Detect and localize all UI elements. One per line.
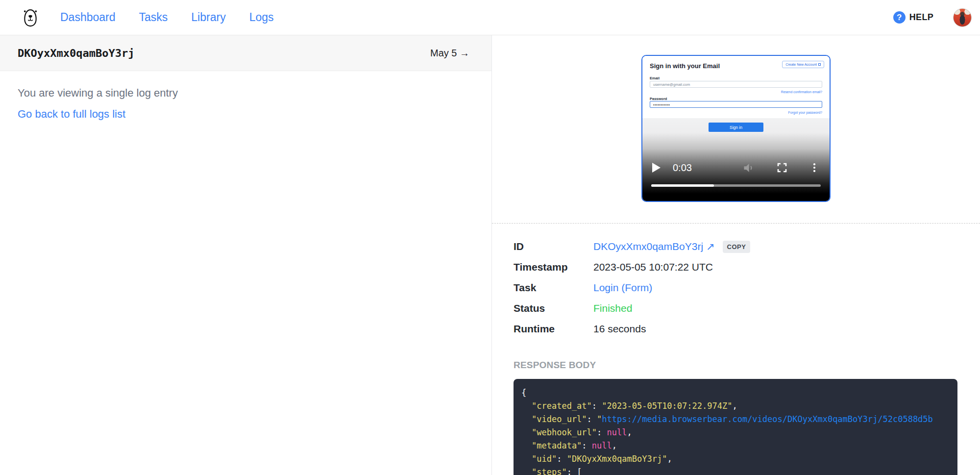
main-nav: Dashboard Tasks Library Logs bbox=[60, 11, 274, 24]
detail-row-runtime: Runtime 16 seconds bbox=[514, 319, 957, 339]
back-to-logs-link[interactable]: Go back to full logs list bbox=[18, 108, 125, 121]
video-progress-fill bbox=[651, 184, 714, 187]
detail-row-id: ID DKOyxXmx0qamBoY3rj ↗ COPY bbox=[514, 236, 957, 257]
log-entry-header: DKOyxXmx0qamBoY3rj May 5 → bbox=[0, 35, 491, 71]
video-current-time: 0:03 bbox=[673, 162, 692, 174]
code-line: "metadata": null, bbox=[521, 439, 950, 452]
timestamp-value: 2023-05-05 10:07:22 UTC bbox=[593, 261, 713, 273]
preview-password-label: Password bbox=[650, 97, 667, 101]
video-preview-frame: Sign in with your Email Create New Accou… bbox=[642, 56, 830, 201]
play-icon[interactable] bbox=[652, 163, 661, 173]
timestamp-label: Timestamp bbox=[514, 261, 593, 273]
fullscreen-icon[interactable] bbox=[776, 162, 788, 174]
code-line: "created_at": "2023-05-05T10:07:22.974Z"… bbox=[521, 400, 950, 413]
browserbear-logo[interactable] bbox=[21, 6, 40, 29]
help-label: HELP bbox=[909, 12, 933, 23]
runtime-value: 16 seconds bbox=[593, 323, 646, 335]
top-nav: Dashboard Tasks Library Logs ? HELP bbox=[0, 0, 980, 35]
help-button[interactable]: ? HELP bbox=[893, 11, 933, 24]
video-progress-bar[interactable] bbox=[651, 184, 821, 187]
preview-resend-link: Resend confirmation email? bbox=[781, 90, 822, 94]
id-label: ID bbox=[514, 241, 593, 252]
runtime-label: Runtime bbox=[514, 323, 593, 335]
nav-item-library[interactable]: Library bbox=[191, 11, 225, 24]
code-line: "uid": "DKOyxXmx0qamBoY3rj", bbox=[521, 452, 950, 466]
external-arrow-icon: ↗ bbox=[706, 241, 715, 252]
main-content: DKOyxXmx0qamBoY3rj May 5 → You are viewi… bbox=[0, 35, 980, 475]
status-label: Status bbox=[514, 302, 593, 314]
detail-row-status: Status Finished bbox=[514, 298, 957, 319]
code-line: "webhook_url": null, bbox=[521, 426, 950, 439]
nav-right: ? HELP bbox=[893, 8, 972, 27]
response-body-heading: RESPONSE BODY bbox=[514, 360, 980, 371]
copy-id-button[interactable]: COPY bbox=[723, 241, 751, 253]
preview-signin-button: Sign in bbox=[709, 123, 763, 132]
code-line: "video_url": "https://media.browserbear.… bbox=[521, 413, 950, 426]
preview-forgot-link: Forgot your password? bbox=[788, 111, 822, 114]
code-line: { bbox=[521, 386, 950, 400]
video-controls: 0:03 bbox=[642, 160, 830, 175]
video-url-link: https://media.browserbear.com/videos/DKO… bbox=[602, 414, 933, 424]
section-divider bbox=[492, 223, 980, 224]
bear-icon bbox=[21, 6, 40, 29]
nav-item-tasks[interactable]: Tasks bbox=[139, 11, 168, 24]
response-body-code-block[interactable]: { "created_at": "2023-05-05T10:07:22.974… bbox=[514, 379, 957, 475]
task-label: Task bbox=[514, 282, 593, 294]
preview-password-input: ••••••••••• bbox=[650, 101, 822, 108]
detail-row-task: Task Login (Form) bbox=[514, 277, 957, 298]
preview-signin-heading: Sign in with your Email bbox=[650, 62, 720, 70]
nav-item-logs[interactable]: Logs bbox=[249, 11, 274, 24]
run-video-player[interactable]: Sign in with your Email Create New Accou… bbox=[641, 55, 831, 202]
log-details-table: ID DKOyxXmx0qamBoY3rj ↗ COPY Timestamp 2… bbox=[514, 236, 957, 339]
arrow-right-icon: → bbox=[460, 48, 469, 58]
log-date-link[interactable]: May 5 → bbox=[430, 48, 469, 59]
code-line: "steps": [ bbox=[521, 466, 950, 475]
id-value: DKOyxXmx0qamBoY3rj bbox=[593, 241, 703, 252]
log-date: May 5 bbox=[430, 48, 457, 58]
log-entry-body: You are viewing a single log entry Go ba… bbox=[0, 71, 491, 136]
volume-muted-icon[interactable] bbox=[742, 161, 755, 175]
user-avatar[interactable] bbox=[953, 8, 972, 27]
preview-create-account-label: Create New Account bbox=[785, 63, 817, 66]
task-link[interactable]: Login (Form) bbox=[593, 282, 652, 294]
question-mark-icon: ? bbox=[893, 11, 906, 24]
log-id-title: DKOyxXmx0qamBoY3rj bbox=[18, 47, 134, 59]
single-log-notice: You are viewing a single log entry bbox=[18, 87, 474, 100]
external-link-icon bbox=[818, 63, 821, 66]
preview-create-account-button: Create New Account bbox=[782, 61, 824, 68]
nav-item-dashboard[interactable]: Dashboard bbox=[60, 11, 116, 24]
more-options-icon[interactable] bbox=[809, 162, 820, 173]
preview-email-label: Email bbox=[650, 76, 660, 80]
status-badge: Finished bbox=[593, 302, 632, 314]
log-detail-panel: Sign in with your Email Create New Accou… bbox=[492, 35, 980, 475]
log-entry-panel: DKOyxXmx0qamBoY3rj May 5 → You are viewi… bbox=[0, 35, 492, 475]
id-link[interactable]: DKOyxXmx0qamBoY3rj ↗ bbox=[593, 241, 715, 252]
preview-email-input: username@gmail.com bbox=[650, 81, 822, 88]
detail-row-timestamp: Timestamp 2023-05-05 10:07:22 UTC bbox=[514, 257, 957, 277]
